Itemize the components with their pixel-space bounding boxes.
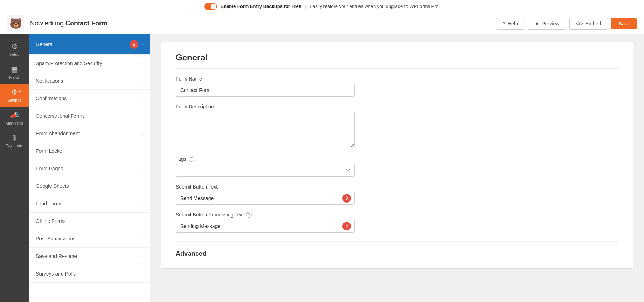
form-desc-label: Form Description bbox=[176, 104, 619, 109]
submit-processing-input[interactable] bbox=[176, 220, 355, 233]
advanced-title: Advanced bbox=[176, 250, 619, 258]
form-abandonment-label: Form Abandonment bbox=[36, 131, 80, 136]
notifications-label: Notifications bbox=[36, 78, 63, 84]
sidebar-icons: ⚙ Setup ▦ Fields 1 ⚙ Settings 📣 Marketin… bbox=[0, 34, 29, 302]
chevron-right-icon: › bbox=[141, 148, 143, 154]
chevron-right-icon: › bbox=[141, 219, 143, 224]
chevron-right-icon: › bbox=[141, 78, 143, 83]
settings-menu-general[interactable]: General 2 › bbox=[29, 34, 150, 55]
payments-icon: $ bbox=[12, 134, 16, 142]
sidebar-item-payments[interactable]: $ Payments bbox=[0, 130, 29, 152]
chevron-right-icon: › bbox=[141, 166, 143, 171]
settings-menu-form-abandonment[interactable]: Form Abandonment › bbox=[29, 125, 150, 142]
chevron-right-icon: › bbox=[141, 201, 143, 206]
chevron-right-icon: › bbox=[141, 113, 143, 118]
general-badge: 2 bbox=[130, 40, 138, 49]
content-inner: General Form Name Form Description Tags … bbox=[161, 42, 633, 269]
settings-menu-google-sheets[interactable]: Google Sheets › bbox=[29, 177, 150, 195]
settings-menu-form-pages[interactable]: Form Pages › bbox=[29, 160, 150, 177]
spam-security-label: Spam Protection and Security bbox=[36, 60, 102, 66]
preview-button[interactable]: 👁 Preview bbox=[528, 18, 566, 30]
form-name-label: Form Name bbox=[176, 76, 619, 82]
submit-btn-input-wrapper: 3 bbox=[176, 192, 355, 205]
sidebar-item-setup[interactable]: ⚙ Setup bbox=[0, 38, 29, 61]
confirmations-label: Confirmations bbox=[36, 96, 67, 101]
topbar-label: Enable Form Entry Backups for Free bbox=[221, 4, 301, 9]
help-button[interactable]: ? Help bbox=[496, 18, 525, 30]
chevron-right-icon: › bbox=[141, 96, 143, 101]
settings-menu-post-submissions[interactable]: Post Submissions › bbox=[29, 230, 150, 248]
topbar-desc: Easily restore your entries when you upg… bbox=[309, 4, 440, 9]
conversational-forms-label: Conversational Forms bbox=[36, 113, 85, 119]
submit-processing-input-wrapper: 4 bbox=[176, 220, 355, 233]
submit-processing-badge: 4 bbox=[342, 222, 351, 230]
settings-menu-spam-security[interactable]: Spam Protection and Security › bbox=[29, 55, 150, 72]
content-area: General Form Name Form Description Tags … bbox=[150, 34, 644, 302]
tags-label: Tags bbox=[176, 156, 186, 162]
chevron-right-icon: › bbox=[141, 42, 143, 47]
sidebar-item-marketing[interactable]: 📣 Marketing bbox=[0, 107, 29, 130]
submit-processing-label: Submit Button Processing Text bbox=[176, 212, 244, 218]
submit-btn-badge: 3 bbox=[342, 194, 351, 203]
logo: 🐻 bbox=[7, 15, 24, 32]
save-button[interactable]: Sa... bbox=[611, 18, 637, 29]
form-name-group: Form Name bbox=[176, 76, 619, 97]
top-notification-bar: Enable Form Entry Backups for Free | Eas… bbox=[0, 0, 644, 13]
sidebar-item-label: Settings bbox=[7, 98, 21, 102]
chevron-right-icon: › bbox=[141, 236, 143, 241]
chevron-right-icon: › bbox=[141, 131, 143, 136]
settings-sidebar: General 2 › Spam Protection and Security… bbox=[29, 34, 150, 302]
embed-button[interactable]: </> Embed bbox=[569, 18, 608, 30]
chevron-right-icon: › bbox=[141, 184, 143, 189]
settings-menu-save-resume[interactable]: Save and Resume › bbox=[29, 248, 150, 265]
chevron-right-icon: › bbox=[141, 61, 143, 66]
settings-menu-conversational-forms[interactable]: Conversational Forms › bbox=[29, 107, 150, 125]
preview-icon: 👁 bbox=[535, 21, 540, 26]
tags-group: Tags ? bbox=[176, 156, 619, 177]
sidebar-item-label: Fields bbox=[9, 75, 19, 79]
settings-menu-notifications[interactable]: Notifications › bbox=[29, 72, 150, 90]
offline-forms-label: Offline Forms bbox=[36, 218, 66, 224]
form-pages-label: Form Pages bbox=[36, 166, 63, 171]
chevron-right-icon: › bbox=[141, 271, 143, 276]
setup-icon: ⚙ bbox=[11, 42, 18, 51]
form-desc-group: Form Description bbox=[176, 104, 619, 149]
header-title: Now editing Contact Form bbox=[30, 20, 107, 27]
submit-processing-help-icon[interactable]: ? bbox=[246, 212, 252, 218]
surveys-polls-label: Surveys and Polls bbox=[36, 271, 76, 277]
marketing-icon: 📣 bbox=[10, 111, 19, 120]
main-layout: ⚙ Setup ▦ Fields 1 ⚙ Settings 📣 Marketin… bbox=[0, 34, 644, 302]
sidebar-item-label: Setup bbox=[9, 52, 20, 57]
form-name-input[interactable] bbox=[176, 84, 355, 97]
sidebar-item-label: Marketing bbox=[6, 121, 23, 125]
form-desc-input[interactable] bbox=[176, 112, 355, 147]
tags-help-icon[interactable]: ? bbox=[189, 156, 194, 162]
settings-menu-form-locker[interactable]: Form Locker › bbox=[29, 142, 150, 160]
submit-btn-label: Submit Button Text bbox=[176, 184, 619, 190]
sidebar-item-label: Payments bbox=[6, 143, 23, 148]
header-actions: ? Help 👁 Preview </> Embed Sa... bbox=[496, 18, 637, 30]
form-locker-label: Form Locker bbox=[36, 148, 64, 154]
section-title: General bbox=[176, 53, 619, 69]
settings-menu-offline-forms[interactable]: Offline Forms › bbox=[29, 213, 150, 230]
submit-btn-group: Submit Button Text 3 bbox=[176, 184, 619, 205]
sidebar-item-settings[interactable]: 1 ⚙ Settings bbox=[0, 84, 29, 107]
embed-icon: </> bbox=[576, 21, 583, 26]
section-divider bbox=[176, 241, 619, 242]
chevron-right-icon: › bbox=[141, 254, 143, 259]
google-sheets-label: Google Sheets bbox=[36, 183, 69, 189]
save-resume-label: Save and Resume bbox=[36, 253, 77, 259]
settings-menu-lead-forms[interactable]: Lead Forms › bbox=[29, 195, 150, 213]
submit-btn-input[interactable] bbox=[176, 192, 355, 205]
tags-select[interactable] bbox=[176, 164, 355, 177]
fields-icon: ▦ bbox=[11, 65, 18, 74]
settings-menu-surveys-polls[interactable]: Surveys and Polls › bbox=[29, 265, 150, 283]
backup-toggle[interactable] bbox=[204, 3, 217, 10]
sidebar-item-fields[interactable]: ▦ Fields bbox=[0, 61, 29, 84]
header: 🐻 Now editing Contact Form ? Help 👁 Prev… bbox=[0, 13, 644, 34]
help-icon: ? bbox=[503, 21, 506, 26]
general-label: General bbox=[36, 42, 54, 47]
post-submissions-label: Post Submissions bbox=[36, 236, 75, 242]
settings-badge: 1 bbox=[16, 87, 24, 94]
settings-menu-confirmations[interactable]: Confirmations › bbox=[29, 90, 150, 107]
